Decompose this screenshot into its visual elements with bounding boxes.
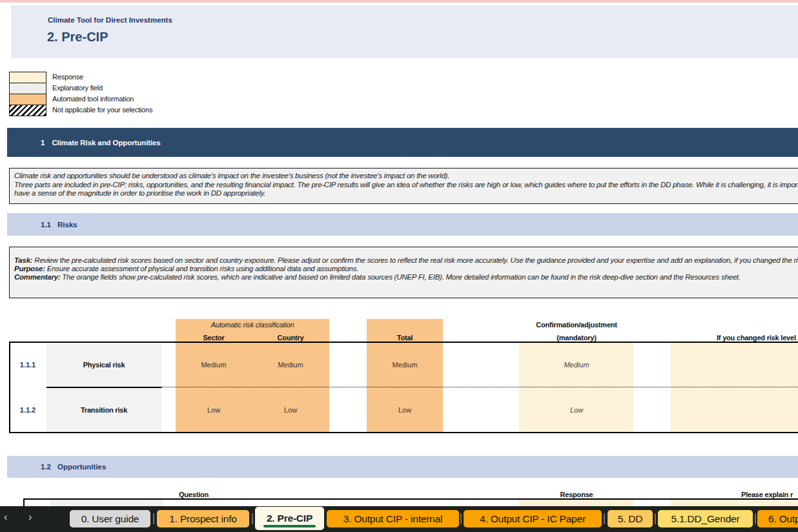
commentary-line: Commentary: The orange fields show pre-c… — [14, 273, 798, 281]
sheet-tab-dd-gender[interactable]: 5.1.DD_Gender — [658, 510, 753, 527]
tab-separator — [655, 513, 656, 524]
intro-line: Three parts are included in pre-CIP: ris… — [14, 181, 798, 190]
col-header-total: Total — [397, 334, 413, 342]
table-border-bottom — [9, 432, 798, 433]
tab-separator — [604, 513, 605, 524]
legend-label: Not applicable for your selections — [52, 106, 152, 114]
purpose-line: Purpose: Ensure accurate assessment of p… — [14, 265, 798, 273]
col-header-sector: Sector — [203, 334, 224, 342]
table-border-left — [9, 342, 10, 433]
section-number: 1.1 — [41, 221, 51, 229]
legend-swatch-response — [9, 72, 46, 83]
row-id: 1.1.1 — [20, 361, 36, 369]
col-header-response: Response — [560, 491, 593, 498]
col-header-explain: If you changed risk level — [717, 334, 796, 342]
cell-physical-sector: Medium — [201, 361, 226, 369]
prev-sheet-button[interactable]: ‹ — [4, 511, 7, 523]
auto-risk-sector-country-block — [176, 319, 329, 433]
sheet-header-band — [11, 5, 798, 58]
row-id: 1.1.2 — [20, 406, 36, 414]
col-header-question: Question — [179, 491, 209, 498]
page-title: 2. Pre-CIP — [47, 30, 108, 45]
section-1-1-task-box: Task: Review the pre-calculated risk sco… — [9, 247, 798, 298]
tab-separator — [755, 513, 756, 524]
col-header-please-explain: Please explain r — [741, 491, 793, 498]
section-1-2-header: 1.2 Opportunities — [7, 456, 798, 478]
sheet-tab-pre-cip-active[interactable]: 2. Pre-CIP — [255, 507, 324, 530]
cell-physical-confirmation[interactable]: Medium — [564, 361, 589, 369]
legend-label: Explanatory field — [52, 84, 103, 92]
cell-physical-country: Medium — [278, 361, 303, 369]
active-tab-underline — [263, 525, 316, 527]
row-separator-dotted — [161, 387, 798, 387]
next-sheet-button[interactable]: › — [28, 511, 32, 523]
row-label-physical-risk: Physical risk — [83, 361, 125, 369]
section-title: Risks — [57, 221, 77, 229]
legend-swatch-hatch — [9, 105, 46, 116]
legend-label: Response — [52, 73, 83, 81]
col-header-confirmation: Confirmation/adjustment — [536, 321, 617, 329]
col-header-mandatory: (mandatory) — [557, 334, 596, 342]
section-1-intro-box: Climate risk and opportunities should be… — [9, 168, 798, 204]
tab-separator — [252, 513, 253, 524]
intro-line: have a sense of the magnitude in order t… — [14, 189, 798, 198]
risk-label-column — [46, 343, 161, 432]
section-number: 1.2 — [41, 463, 51, 471]
section-title: Climate Risk and Opportunities — [52, 139, 160, 147]
cell-transition-sector: Low — [207, 406, 220, 414]
tab-separator — [153, 513, 154, 524]
auto-risk-group-header: Automatic risk classification — [211, 321, 294, 329]
sheet-tab-output-cip-ic-paper[interactable]: 4. Output CIP - IC Paper — [464, 510, 602, 527]
row-separator-solid — [46, 387, 161, 388]
section-1-1-header: 1.1 Risks — [7, 213, 798, 236]
legend-swatch-automated — [9, 94, 46, 105]
intro-line: Climate risk and opportunities should be… — [14, 172, 798, 181]
sheet-tab-dd[interactable]: 5. DD — [608, 510, 653, 527]
cell-physical-total: Medium — [392, 361, 417, 369]
app-title: Climate Tool for Direct Investments — [48, 16, 172, 24]
legend-swatch-explanatory — [9, 83, 46, 94]
sheet-tab-output-6[interactable]: 6. Output — [757, 510, 798, 527]
sheet-tab-bar: ‹ › 0. User guide 1. Prospect info 2. Pr… — [0, 506, 798, 532]
cell-transition-total: Low — [398, 406, 411, 414]
cell-transition-confirmation[interactable]: Low — [570, 406, 583, 414]
top-accent-line — [0, 0, 798, 3]
sheet-tab-user-guide[interactable]: 0. User guide — [70, 510, 150, 527]
legend-label: Automated tool information — [52, 95, 134, 103]
task-line: Task: Review the pre-calculated risk sco… — [14, 256, 798, 265]
explanation-column-block[interactable] — [671, 343, 798, 433]
row-label-transition-risk: Transition risk — [81, 406, 127, 414]
section-title: Opportunities — [57, 463, 106, 471]
confirmation-column-block[interactable] — [519, 343, 633, 433]
section-1-header: 1 Climate Risk and Opportunities — [7, 128, 798, 157]
table-border-top — [9, 342, 798, 343]
cell-transition-country: Low — [284, 406, 297, 414]
sheet-tab-prospect-info[interactable]: 1. Prospect info — [157, 510, 249, 527]
spreadsheet-page: Climate Tool for Direct Investments 2. P… — [0, 0, 798, 532]
section-number: 1 — [41, 139, 45, 147]
col-header-country: Country — [278, 334, 304, 342]
tab-separator — [460, 513, 462, 524]
sheet-tab-output-cip-internal[interactable]: 3. Output CIP - internal — [327, 510, 459, 527]
